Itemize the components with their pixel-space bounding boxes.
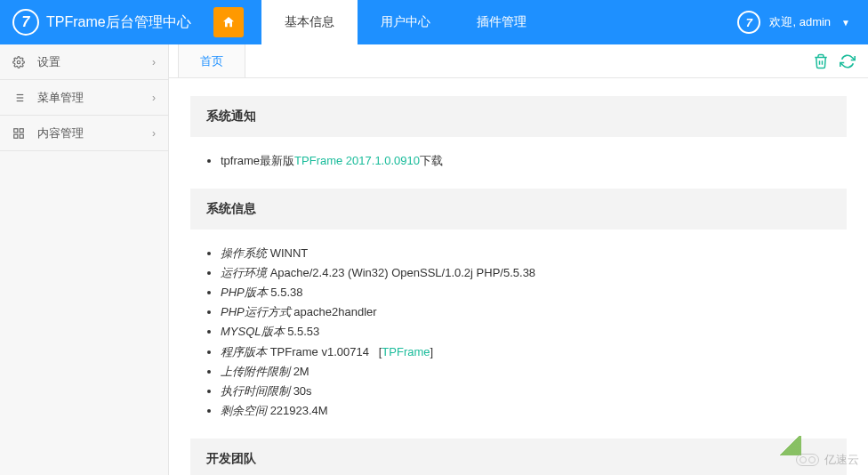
- brand-block: 7 TPFrame后台管理中心: [0, 9, 213, 36]
- list-icon: [12, 92, 30, 104]
- notice-link[interactable]: TPFrame 2017.1.0.0910: [294, 154, 420, 167]
- nav-tab-label: 基本信息: [285, 14, 334, 30]
- content-scroll[interactable]: 系统通知 tpframe最新版TPFrame 2017.1.0.0910下载 系…: [169, 78, 868, 475]
- chevron-right-icon: ›: [152, 56, 156, 68]
- chevron-right-icon: ›: [152, 127, 156, 140]
- sysinfo-link[interactable]: TPFrame: [382, 345, 430, 358]
- sysinfo-row: MYSQL版本 5.5.53: [221, 322, 836, 342]
- section-notice-title: 系统通知: [190, 96, 847, 137]
- brand-logo-icon: 7: [12, 9, 39, 36]
- sysinfo-row: 运行环境 Apache/2.4.23 (Win32) OpenSSL/1.0.2…: [221, 263, 836, 283]
- svg-rect-8: [20, 128, 23, 132]
- sidebar-item-menu-manage[interactable]: 菜单管理 ›: [0, 80, 168, 116]
- content-area: 首页 系统通知 tpframe最新版TPFrame 2017.1.0.0910下…: [169, 44, 868, 475]
- section-team-title: 开发团队: [190, 439, 847, 475]
- user-menu[interactable]: 7 欢迎, admin ▼: [719, 11, 868, 34]
- svg-rect-7: [14, 128, 18, 132]
- trash-icon[interactable]: [813, 53, 829, 69]
- home-button[interactable]: [213, 7, 244, 37]
- section-sysinfo-title: 系统信息: [190, 189, 847, 229]
- sidebar-item-settings[interactable]: 设置 ›: [0, 44, 168, 80]
- sysinfo-value: 221923.4M: [270, 404, 328, 417]
- sysinfo-key: PHP运行方式: [221, 305, 293, 318]
- notice-line: tpframe最新版TPFrame 2017.1.0.0910下载: [221, 151, 836, 171]
- home-icon: [221, 15, 236, 29]
- nav-tab-user-center[interactable]: 用户中心: [358, 0, 454, 44]
- sysinfo-value: 30s: [293, 384, 312, 398]
- sysinfo-key: 执行时间限制: [221, 384, 293, 398]
- sysinfo-row: 执行时间限制 30s: [221, 382, 836, 401]
- page-tab-label: 首页: [200, 53, 223, 69]
- sidebar-item-label: 菜单管理: [37, 90, 152, 106]
- section-notice-body: tpframe最新版TPFrame 2017.1.0.0910下载: [190, 151, 847, 189]
- sysinfo-value: WINNT: [270, 246, 309, 260]
- sysinfo-key: MYSQL版本: [221, 325, 287, 338]
- sysinfo-key: 剩余空间: [221, 404, 270, 417]
- sysinfo-value: 5.5.53: [287, 325, 319, 338]
- chevron-right-icon: ›: [152, 92, 156, 104]
- page-tab-bar: 首页: [169, 44, 868, 78]
- sysinfo-row: 剩余空间 221923.4M: [221, 401, 836, 421]
- sidebar-item-label: 设置: [37, 54, 152, 70]
- section-sysinfo-body: 操作系统 WINNT运行环境 Apache/2.4.23 (Win32) Ope…: [190, 244, 847, 439]
- nav-tab-basic-info[interactable]: 基本信息: [261, 0, 358, 44]
- sysinfo-value: TPFrame v1.00714: [270, 345, 369, 358]
- grid-icon: [12, 127, 30, 140]
- svg-rect-10: [20, 134, 23, 138]
- notice-suffix: 下载: [420, 154, 443, 167]
- sysinfo-value: apache2handler: [293, 305, 376, 318]
- sidebar-item-label: 内容管理: [37, 125, 152, 141]
- sysinfo-key: 运行环境: [221, 266, 270, 279]
- sysinfo-value: Apache/2.4.23 (Win32) OpenSSL/1.0.2j PHP…: [270, 266, 535, 279]
- sysinfo-key: 程序版本: [221, 345, 270, 358]
- sysinfo-row: 上传附件限制 2M: [221, 362, 836, 382]
- brand-title: TPFrame后台管理中心: [46, 13, 191, 32]
- nav-tab-plugin-manage[interactable]: 插件管理: [454, 0, 550, 44]
- top-bar: 7 TPFrame后台管理中心 基本信息 用户中心 插件管理 7 欢迎, adm…: [0, 0, 868, 44]
- notice-prefix: tpframe最新版: [221, 154, 294, 167]
- nav-tabs: 基本信息 用户中心 插件管理: [261, 0, 550, 44]
- sysinfo-key: 上传附件限制: [221, 365, 293, 378]
- user-logo-icon: 7: [737, 11, 760, 34]
- sysinfo-row: 程序版本 TPFrame v1.00714 [TPFrame]: [221, 342, 836, 362]
- caret-down-icon: ▼: [841, 18, 850, 28]
- sysinfo-key: 操作系统: [221, 246, 270, 260]
- main-area: 设置 › 菜单管理 › 内容管理 › 首页 系统通知: [0, 44, 868, 475]
- sysinfo-row: PHP版本 5.5.38: [221, 283, 836, 302]
- svg-rect-9: [14, 134, 18, 138]
- nav-tab-label: 插件管理: [477, 14, 526, 30]
- sysinfo-key: PHP版本: [221, 286, 270, 299]
- sysinfo-value: 2M: [293, 365, 309, 378]
- svg-point-0: [17, 60, 20, 64]
- user-welcome: 欢迎, admin: [769, 14, 831, 30]
- sysinfo-value: 5.5.38: [270, 286, 302, 299]
- nav-tab-label: 用户中心: [381, 14, 430, 30]
- sysinfo-row: PHP运行方式 apache2handler: [221, 302, 836, 322]
- refresh-icon[interactable]: [840, 53, 856, 69]
- page-tab-home[interactable]: 首页: [178, 44, 245, 77]
- sysinfo-row: 操作系统 WINNT: [221, 244, 836, 263]
- gear-icon: [12, 56, 30, 68]
- sidebar-item-content-manage[interactable]: 内容管理 ›: [0, 116, 168, 151]
- sidebar: 设置 › 菜单管理 › 内容管理 ›: [0, 44, 169, 475]
- tab-actions: [813, 44, 868, 77]
